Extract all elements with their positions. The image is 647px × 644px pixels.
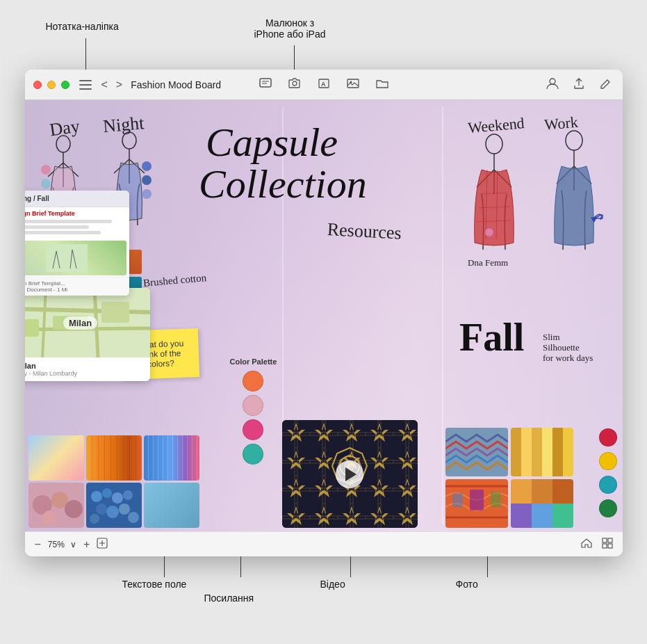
svg-text:Day: Day	[48, 116, 81, 138]
svg-text:Night: Night	[102, 113, 145, 135]
collaborate-button[interactable]	[543, 76, 562, 94]
person-name-label: Dna Femm	[466, 253, 522, 273]
bottom-annotations-area: Текстове поле Посилання Відео Фото	[25, 556, 623, 612]
map-footer: Milan City - Milan Lombardy	[25, 357, 150, 381]
image-fabric-orange	[86, 435, 142, 481]
capsule-collection-title: Capsule Collection	[192, 118, 442, 211]
svg-rect-0	[260, 79, 271, 87]
svg-rect-41	[46, 244, 88, 272]
center-toolbar: A	[256, 77, 391, 93]
svg-point-8	[550, 79, 555, 84]
svg-text:Slim: Slim	[543, 332, 560, 342]
svg-point-36	[96, 504, 107, 515]
color-palette-label: Color Palette	[230, 357, 277, 367]
edit-button[interactable]	[596, 76, 614, 94]
doc-card-image	[25, 241, 126, 275]
svg-rect-93	[452, 493, 463, 507]
textbox-tool-button[interactable]: A	[315, 77, 333, 93]
svg-text:Weekend: Weekend	[467, 114, 525, 135]
minimize-button[interactable]	[47, 81, 56, 89]
fall-text: Fall	[456, 312, 553, 357]
silhouette-label: SlimSilhouettefor work days	[539, 330, 616, 372]
svg-text:Capsule: Capsule	[206, 120, 338, 165]
fullscreen-button[interactable]	[61, 81, 69, 89]
svg-text:Fall: Fall	[459, 316, 524, 354]
svg-point-18	[41, 179, 51, 188]
doc-card-header: Spring / Fall	[25, 191, 129, 207]
map-card[interactable]: Milan Milan City - Milan Lombardy	[25, 288, 150, 381]
play-button[interactable]	[336, 460, 363, 488]
svg-rect-49	[101, 302, 129, 323]
palette-swatch-teal	[243, 444, 263, 465]
svg-rect-97	[552, 479, 573, 504]
ann-line-textbox	[164, 556, 165, 577]
back-button[interactable]: <	[99, 77, 110, 92]
svg-text:Work: Work	[543, 113, 578, 133]
weekend-label: Weekend	[466, 111, 536, 138]
note-tool-button[interactable]	[256, 77, 275, 93]
right-toolbar	[543, 76, 614, 94]
photo-colorblock	[511, 479, 573, 528]
image-placeholder	[144, 483, 199, 528]
svg-point-32	[91, 491, 102, 502]
zoom-in-button[interactable]: +	[82, 537, 91, 552]
photo-chevron	[445, 428, 508, 476]
night-label: Night	[101, 111, 157, 138]
svg-rect-104	[603, 538, 607, 542]
svg-point-40	[128, 512, 139, 523]
document-card[interactable]: Spring / Fall Design Brief Template Desi…	[25, 191, 129, 296]
brushed-cotton-label: Brushed cotton	[142, 271, 207, 290]
dot-teal	[599, 476, 617, 494]
ann-line-link	[240, 556, 241, 577]
annotation-video-label: Відео	[320, 579, 345, 590]
svg-point-38	[119, 504, 130, 515]
zoom-add-view-button[interactable]	[97, 538, 108, 551]
work-label: Work	[543, 108, 591, 136]
fashion-figure-weekend	[459, 131, 529, 264]
folder-tool-button[interactable]	[373, 77, 391, 93]
video-element[interactable]	[282, 420, 418, 528]
svg-point-24	[142, 161, 151, 171]
dot-yellow	[599, 452, 617, 470]
image-tool-button[interactable]	[344, 77, 362, 93]
svg-rect-107	[608, 544, 612, 548]
camera-tool-button[interactable]	[286, 77, 304, 93]
svg-text:Dna Femm: Dna Femm	[468, 257, 508, 268]
doc-card-lines	[25, 218, 129, 239]
home-button[interactable]	[580, 536, 593, 553]
share-button[interactable]	[570, 76, 588, 94]
dot-green	[599, 499, 617, 517]
zoom-dropdown[interactable]: ∨	[70, 540, 76, 549]
bottom-toolbar: − 75% ∨ +	[25, 531, 623, 556]
svg-point-37	[106, 506, 119, 518]
palette-swatch-pink	[243, 419, 263, 440]
fashion-figure-work	[539, 128, 609, 267]
day-label: Day	[46, 114, 88, 141]
close-button[interactable]	[33, 81, 42, 89]
image-flowers	[28, 483, 84, 528]
svg-rect-98	[511, 504, 532, 528]
grid-button[interactable]	[600, 536, 614, 553]
svg-point-33	[102, 488, 112, 498]
svg-point-34	[112, 492, 123, 504]
divider-right	[442, 107, 443, 524]
svg-rect-100	[552, 504, 573, 528]
image-blue-candy	[86, 483, 142, 528]
forward-button[interactable]: >	[113, 77, 125, 92]
svg-rect-99	[532, 504, 552, 528]
right-color-dots	[599, 428, 617, 517]
svg-text:for work days: for work days	[543, 353, 593, 363]
doc-card-footer: Design Brief Templat... Pages Document -…	[25, 277, 129, 296]
svg-text:Resources: Resources	[327, 219, 402, 243]
zoom-out-button[interactable]: −	[33, 537, 42, 552]
svg-point-30	[65, 500, 83, 518]
svg-rect-89	[552, 428, 563, 476]
svg-rect-96	[532, 479, 552, 504]
svg-rect-87	[532, 428, 542, 476]
sidebar-toggle-button[interactable]	[79, 80, 92, 90]
ann-line-video	[350, 556, 351, 577]
image-gradient-swatch	[28, 435, 84, 481]
top-annotations-area: Нотатка-наліпка Малюнок з iPhone або iPa…	[25, 14, 623, 70]
svg-point-3	[293, 81, 297, 86]
palette-swatch-light-pink	[243, 395, 263, 416]
